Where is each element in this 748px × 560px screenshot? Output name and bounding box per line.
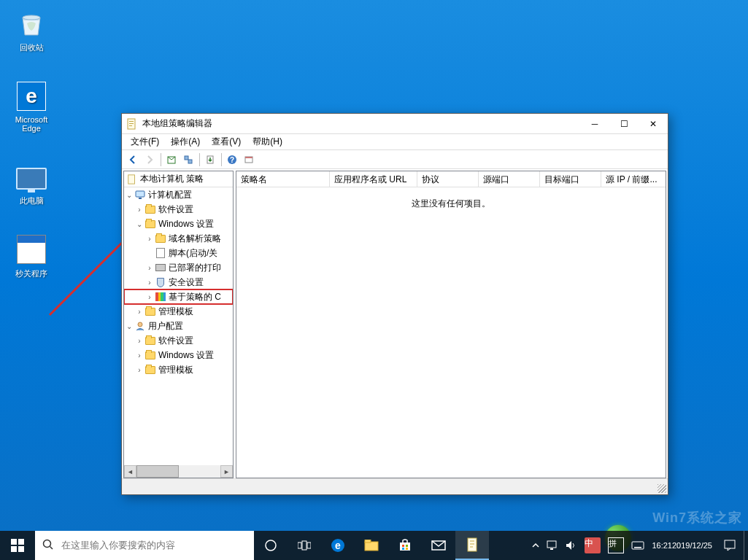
tree-body: ⌄计算机配置 ›软件设置 ⌄Windows 设置 ›域名解析策略 脚本(启动/关…: [124, 187, 233, 465]
start-button[interactable]: [0, 531, 35, 560]
desktop-icon-recycle-bin[interactable]: 回收站: [7, 6, 55, 53]
list-body[interactable]: 这里没有任何项目。: [236, 187, 666, 478]
svg-rect-32: [406, 548, 408, 550]
tray-ime2[interactable]: 拼: [604, 531, 628, 560]
desktop: 回收站 e Microsoft Edge 此电脑 秒关程序 本地组策略编辑器 ─…: [0, 0, 748, 560]
tree-node-policy-qos[interactable]: ›基于策略的 C: [124, 289, 233, 304]
windows-icon: [11, 539, 24, 552]
tree-label: Windows 设置: [158, 218, 214, 230]
tree-node-user-config[interactable]: ⌄用户配置: [124, 319, 233, 333]
statusbar: [122, 478, 668, 494]
col-app-url[interactable]: 应用程序名或 URL: [330, 171, 417, 187]
clock-date: 2019/12/25: [672, 541, 712, 551]
recycle-bin-icon: [17, 9, 46, 38]
tree-node-deployed-printers[interactable]: ›已部署的打印: [124, 260, 233, 275]
tree-node-windows-settings2[interactable]: ›Windows 设置: [124, 348, 233, 362]
tree-node-admin-templates2[interactable]: ›管理模板: [124, 362, 233, 377]
svg-rect-15: [136, 191, 144, 197]
menu-file[interactable]: 文件(F): [125, 134, 165, 149]
svg-rect-13: [245, 157, 252, 158]
edge-icon: e: [17, 82, 46, 111]
svg-rect-29: [402, 545, 404, 547]
tree-node-admin-templates[interactable]: ›管理模板: [124, 304, 233, 319]
tray-notifications[interactable]: [716, 531, 744, 560]
tree-node-name-resolution[interactable]: ›域名解析策略: [124, 231, 233, 246]
svg-rect-31: [402, 548, 404, 550]
tree-label: 用户配置: [148, 320, 183, 332]
tree-pane: 本地计算机 策略 ⌄计算机配置 ›软件设置 ⌄Windows 设置 ›域名解析: [123, 171, 234, 478]
folder-icon: [145, 206, 155, 214]
list-header: 策略名 应用程序名或 URL 协议 源端口 目标端口 源 IP / 前缀...: [236, 171, 666, 187]
maximize-button[interactable]: ☐: [609, 114, 639, 134]
script-icon: [156, 248, 165, 258]
tray-chevron-up-icon[interactable]: [528, 531, 543, 560]
desktop-icon-shutdown-prog[interactable]: 秒关程序: [7, 232, 55, 279]
tree-root-label: 本地计算机 策略: [140, 173, 204, 185]
tree-node-security-settings[interactable]: ›安全设置: [124, 275, 233, 289]
window-title: 本地组策略编辑器: [142, 117, 580, 130]
titlebar[interactable]: 本地组策略编辑器 ─ ☐ ✕: [122, 114, 668, 134]
desktop-icon-label: Microsoft Edge: [15, 115, 48, 133]
scroll-left-icon[interactable]: ◄: [124, 465, 136, 478]
svg-rect-28: [400, 542, 410, 551]
svg-rect-34: [468, 538, 477, 551]
body-area: 本地计算机 策略 ⌄计算机配置 ›软件设置 ⌄Windows 设置 ›域名解析: [122, 169, 668, 478]
toolbar-help[interactable]: ?: [224, 152, 240, 168]
nav-back-button[interactable]: [125, 152, 141, 168]
taskbar-app-store[interactable]: [388, 531, 422, 560]
taskbar-search[interactable]: 在这里输入你要搜索的内容: [35, 531, 254, 560]
col-src-ip[interactable]: 源 IP / 前缀...: [601, 171, 666, 187]
menu-view[interactable]: 查看(V): [206, 134, 247, 149]
svg-rect-7: [185, 156, 188, 160]
folder-icon: [145, 366, 155, 374]
col-protocol[interactable]: 协议: [417, 171, 479, 187]
col-dst-port[interactable]: 目标端口: [540, 171, 601, 187]
tree-node-scripts[interactable]: 脚本(启动/关: [124, 246, 233, 260]
tree-label: 脚本(启动/关: [169, 247, 217, 260]
desktop-icon-edge[interactable]: e Microsoft Edge: [7, 79, 55, 133]
tree-node-software-settings2[interactable]: ›软件设置: [124, 333, 233, 348]
col-src-port[interactable]: 源端口: [479, 171, 540, 187]
svg-rect-23: [307, 542, 311, 548]
tray-ime1[interactable]: 中: [581, 531, 604, 560]
taskbar-app-gpedit[interactable]: [455, 531, 489, 560]
tree-scrollbar-h[interactable]: ◄ ►: [124, 465, 233, 478]
minimize-button[interactable]: ─: [580, 114, 609, 134]
toolbar-export[interactable]: [202, 152, 218, 168]
svg-rect-38: [547, 541, 556, 548]
taskbar-app-mail[interactable]: [422, 531, 455, 560]
show-desktop-button[interactable]: [744, 531, 748, 560]
tray-network-icon[interactable]: [543, 531, 562, 560]
scroll-right-icon[interactable]: ►: [220, 465, 233, 478]
resize-grip[interactable]: [658, 484, 666, 493]
clock-time: 16:21: [652, 541, 672, 551]
toolbar-action2[interactable]: [180, 152, 196, 168]
tray-keyboard-icon[interactable]: [628, 531, 648, 560]
menu-help[interactable]: 帮助(H): [247, 134, 288, 149]
svg-point-18: [44, 540, 51, 547]
nav-forward-button[interactable]: [142, 152, 158, 168]
program-icon: [17, 235, 46, 264]
tree-header[interactable]: 本地计算机 策略: [124, 171, 233, 187]
cortana-button[interactable]: [254, 531, 288, 560]
tray-clock[interactable]: 16:21 2019/12/25: [648, 531, 716, 560]
menu-action[interactable]: 操作(A): [165, 134, 206, 149]
taskview-button[interactable]: [288, 531, 321, 560]
desktop-icon-label: 秒关程序: [15, 269, 47, 278]
scroll-thumb[interactable]: [136, 465, 179, 478]
toolbar-action1[interactable]: [163, 152, 180, 168]
folder-icon: [145, 308, 155, 316]
taskbar-app-edge[interactable]: e: [321, 531, 355, 560]
taskbar-app-explorer[interactable]: [355, 531, 388, 560]
col-policy-name[interactable]: 策略名: [236, 171, 330, 187]
desktop-icon-this-pc[interactable]: 此电脑: [7, 159, 55, 206]
search-icon: [42, 539, 54, 553]
close-button[interactable]: ✕: [639, 114, 668, 134]
toolbar-view[interactable]: [241, 152, 257, 168]
svg-rect-14: [128, 174, 135, 183]
tree-node-computer-config[interactable]: ⌄计算机配置: [124, 187, 233, 202]
tree-node-software-settings[interactable]: ›软件设置: [124, 202, 233, 217]
tree-node-windows-settings[interactable]: ⌄Windows 设置: [124, 217, 233, 231]
svg-rect-27: [365, 540, 371, 542]
tray-volume-icon[interactable]: [562, 531, 581, 560]
